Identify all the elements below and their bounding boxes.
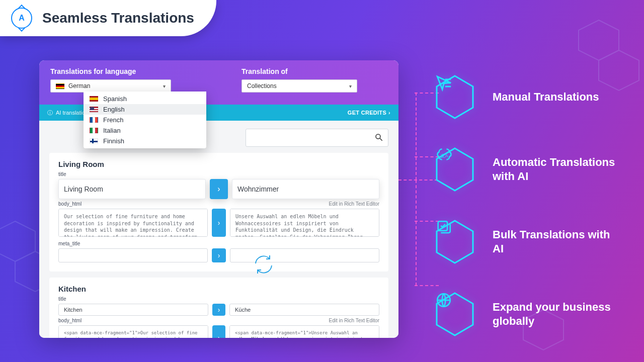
title-target-input[interactable] <box>232 179 379 199</box>
hexagon-badge <box>435 74 474 120</box>
hexagon-badge <box>435 292 474 337</box>
language-option-label: French <box>103 116 123 124</box>
translate-title-button[interactable]: › <box>212 304 225 316</box>
brand-header: A Seamless Translations <box>0 0 216 36</box>
language-dropdown: Spanish English French Italian Finnish <box>84 92 206 148</box>
section-living-room: Living Room title › body_html Edit in Ri… <box>49 153 388 272</box>
feature-list: Manual Translations 文A Automatic Transla… <box>435 74 636 337</box>
chevron-down-icon: ▾ <box>349 83 352 89</box>
language-option-italian[interactable]: Italian <box>84 125 206 136</box>
feature-item: Bulk Translations with AI <box>435 219 636 264</box>
title-source-input[interactable] <box>58 179 206 199</box>
title-target-input[interactable] <box>229 304 379 316</box>
globe-icon <box>435 292 452 309</box>
svg-marker-0 <box>0 221 35 261</box>
brand-title: Seamless Translations <box>42 10 194 26</box>
svg-text:A: A <box>445 153 448 158</box>
field-label-body: body_html <box>58 201 82 207</box>
field-label-meta-title: meta_title <box>58 241 379 246</box>
connector-line <box>416 180 417 286</box>
flag-icon <box>90 128 98 133</box>
feature-label: Automatic Translations with AI <box>493 155 623 184</box>
connector-line <box>416 93 417 180</box>
language-option-label: English <box>103 106 125 113</box>
body-target-input[interactable]: Unsere Auswahl an edlen Möbeln und Wohna… <box>230 209 379 237</box>
language-option-english[interactable]: English <box>84 104 206 115</box>
field-label-title: title <box>58 171 379 177</box>
language-option-label: Italian <box>103 127 121 134</box>
translate-title-button[interactable]: › <box>210 179 228 199</box>
feature-label: Manual Translations <box>493 90 599 104</box>
search-icon <box>374 133 383 144</box>
rich-text-editor-link[interactable]: Edit in Rich Text Editor <box>329 201 379 207</box>
app-body: Living Room title › body_html Edit in Ri… <box>39 121 398 338</box>
svg-line-6 <box>380 138 382 141</box>
body-source-input[interactable]: Our selection of fine furniture and home… <box>58 209 208 237</box>
flag-icon <box>90 138 98 144</box>
info-icon: ⓘ <box>47 109 53 117</box>
flag-icon <box>90 117 98 123</box>
get-credits-button[interactable]: GET CREDITS › <box>348 110 390 116</box>
language-option-label: Spanish <box>103 95 127 103</box>
flag-icon <box>90 96 98 102</box>
language-option-french[interactable]: French <box>84 115 206 125</box>
content-type-select[interactable]: Collections ▾ <box>242 79 357 93</box>
language-option-finnish[interactable]: Finnish <box>84 136 206 146</box>
search-container <box>246 129 388 147</box>
translation-of-label: Translation of <box>242 67 357 75</box>
feature-item: Expand your business globally <box>435 292 636 337</box>
body-source-input[interactable]: <span data-mce-fragment="1">Our selectio… <box>58 325 208 338</box>
brand-logo: A <box>11 8 32 29</box>
flag-icon <box>56 83 64 89</box>
svg-point-5 <box>376 134 380 139</box>
feature-label: Expand your business globally <box>493 300 623 328</box>
connector-line <box>398 179 438 180</box>
feature-item: 文A Automatic Translations with AI <box>435 147 636 192</box>
cursor-list-icon <box>435 74 452 92</box>
translate-body-button[interactable]: › <box>212 209 226 237</box>
section-heading: Kitchen <box>58 285 379 293</box>
translate-body-button[interactable]: › <box>212 325 225 338</box>
hexagon-badge <box>435 219 474 264</box>
search-input[interactable] <box>246 129 388 147</box>
flag-icon <box>90 107 98 112</box>
meta-title-target-input[interactable] <box>230 248 379 262</box>
chevron-down-icon: ▾ <box>163 83 166 89</box>
feature-label: Bulk Translations with AI <box>493 228 623 256</box>
svg-marker-2 <box>579 20 619 60</box>
ai-brain-icon: 文A <box>435 147 453 165</box>
checklist-stack-icon <box>435 219 452 236</box>
language-option-spanish[interactable]: Spanish <box>84 94 206 104</box>
language-select[interactable]: German ▾ <box>50 79 171 93</box>
language-option-label: Finnish <box>103 137 124 145</box>
translate-meta-title-button[interactable]: › <box>212 248 226 262</box>
section-heading: Living Room <box>58 160 379 168</box>
language-select-value: German <box>68 82 90 89</box>
rich-text-editor-link[interactable]: Edit in Rich Text Editor <box>329 318 379 323</box>
language-label: Translations for language <box>50 67 171 75</box>
hexagon-badge: 文A <box>435 147 474 192</box>
section-kitchen: Kitchen title › body_html Edit in Rich T… <box>49 278 388 338</box>
title-source-input[interactable] <box>58 304 208 316</box>
field-label-title: title <box>58 296 379 302</box>
chevron-right-icon: › <box>388 110 390 116</box>
feature-item: Manual Translations <box>435 74 636 120</box>
body-target-input[interactable]: <span data-mce-fragment="1">Unsere Auswa… <box>229 325 379 338</box>
content-type-value: Collections <box>247 82 277 89</box>
svg-text:文: 文 <box>441 153 445 158</box>
field-label-body: body_html <box>58 318 82 323</box>
meta-title-source-input[interactable] <box>58 248 208 262</box>
